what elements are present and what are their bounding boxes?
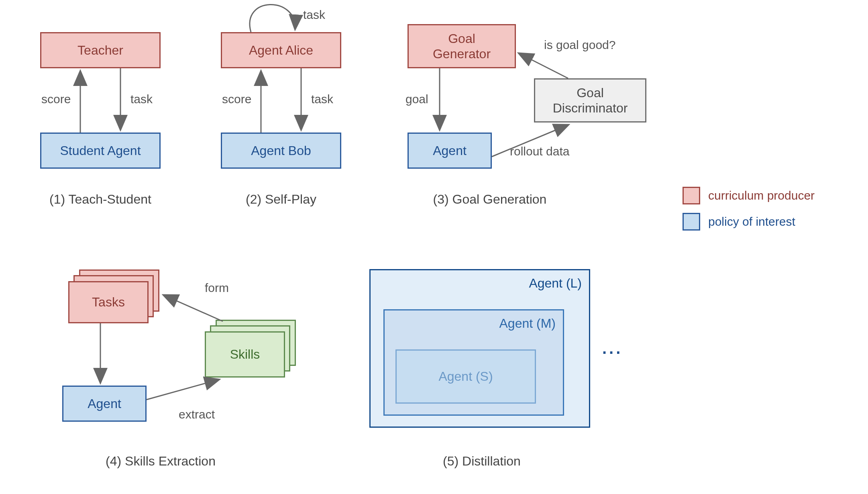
svg-line-6 [519, 53, 568, 78]
agent4-label: Agent [88, 396, 121, 411]
agent4-box: Agent [62, 386, 147, 422]
p1-score-label: score [41, 92, 71, 106]
p2-score-label: score [222, 92, 251, 106]
p1-task-label: task [130, 92, 153, 106]
agentM-label: Agent (M) [499, 316, 556, 331]
p5-caption: (5) Distillation [430, 454, 534, 469]
p2-caption: (2) Self-Play [233, 192, 329, 207]
teacher-box: Teacher [40, 32, 161, 68]
legend-swatch-blue [683, 213, 700, 231]
tasks-label: Tasks [92, 294, 125, 310]
legend-blue-text: policy of interest [708, 215, 795, 229]
tasks-box: Tasks [68, 281, 149, 323]
goaldisc-box: Goal Discriminator [534, 78, 646, 122]
skills-label: Skills [230, 347, 260, 362]
skills-box: Skills [205, 331, 285, 378]
p1-caption: (1) Teach-Student [44, 192, 157, 207]
goalgen-box: Goal Generator [408, 24, 516, 68]
distill-dots: ... [602, 339, 623, 357]
p2-selftask-label: task [303, 8, 325, 22]
p4-extract-label: extract [179, 408, 215, 421]
student-box: Student Agent [40, 133, 161, 169]
alice-label: Agent Alice [249, 43, 313, 58]
bob-label: Agent Bob [251, 143, 311, 158]
goaldisc-label: Goal Discriminator [553, 85, 628, 116]
teacher-label: Teacher [77, 43, 123, 58]
svg-line-9 [164, 295, 223, 321]
p3-goal-label: goal [405, 92, 428, 106]
alice-box: Agent Alice [221, 32, 341, 68]
legend-red-text: curriculum producer [708, 189, 815, 202]
agent3-box: Agent [408, 133, 492, 169]
agent3-label: Agent [433, 143, 467, 158]
p3-rollout-label: rollout data [510, 145, 569, 158]
goalgen-label: Goal Generator [433, 31, 491, 62]
agentS-box: Agent (S) [395, 349, 536, 404]
p3-caption: (3) Goal Generation [426, 192, 554, 207]
bob-box: Agent Bob [221, 133, 341, 169]
p4-caption: (4) Skills Extraction [96, 454, 225, 469]
agentL-label: Agent (L) [529, 276, 582, 291]
svg-line-8 [147, 380, 219, 400]
agentS-label: Agent (S) [438, 369, 493, 384]
p3-isgood-label: is goal good? [544, 38, 615, 52]
p4-form-label: form [205, 281, 229, 295]
student-label: Student Agent [60, 143, 141, 158]
legend-swatch-red [683, 187, 700, 204]
p2-task-label: task [311, 92, 333, 106]
